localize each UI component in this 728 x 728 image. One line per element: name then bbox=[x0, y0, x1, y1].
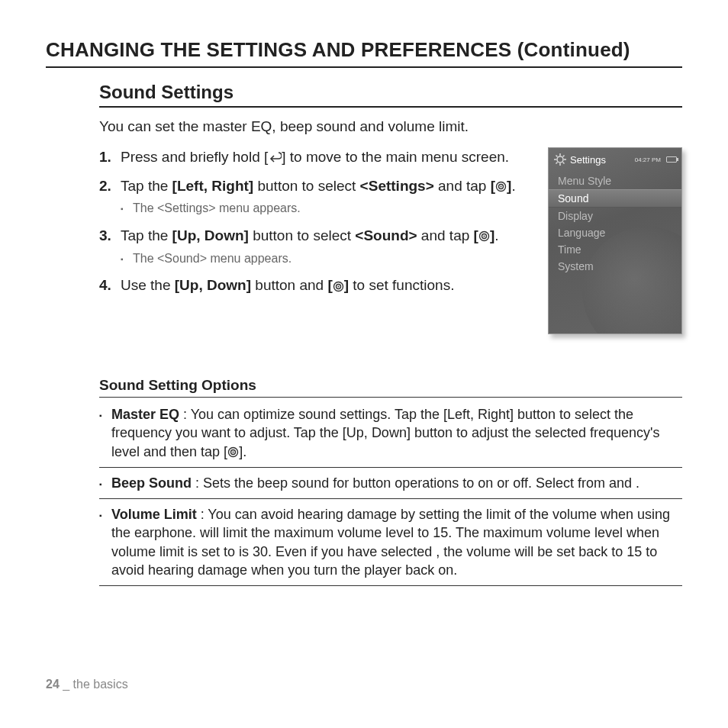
ok-icon bbox=[227, 446, 239, 458]
step-text-post: ] to move to the main menu screen. bbox=[282, 149, 509, 165]
page-footer: 24 _ the basics bbox=[46, 678, 128, 691]
option-item: Volume Limit : You can avoid hearing dam… bbox=[99, 505, 682, 586]
option-item: Beep Sound : Sets the beep sound for but… bbox=[99, 474, 682, 499]
device-menu-item: Time bbox=[549, 241, 681, 258]
content-body: Sound Settings You can set the master EQ… bbox=[46, 82, 682, 586]
step-4: 4. Use the [Up, Down] button and [] to s… bbox=[99, 275, 534, 295]
page-title: CHANGING THE SETTINGS AND PREFERENCES (C… bbox=[46, 38, 682, 68]
back-icon bbox=[268, 152, 282, 163]
section-title: Sound Settings bbox=[99, 82, 682, 108]
device-menu-item: Display bbox=[549, 208, 681, 224]
gear-icon bbox=[553, 153, 567, 166]
svg-point-20 bbox=[233, 452, 234, 453]
step-1: 1. Press and briefly hold [] to move to … bbox=[99, 147, 534, 167]
device-menu-item: Sound bbox=[549, 189, 681, 208]
step-number: 2. bbox=[99, 176, 111, 196]
step-text: Press and briefly hold [ bbox=[121, 149, 268, 165]
footer-section: the basics bbox=[73, 678, 128, 691]
step-number: 3. bbox=[99, 226, 111, 246]
step-sub: The <Settings> menu appears. bbox=[121, 200, 534, 217]
option-label: Beep Sound bbox=[111, 475, 192, 491]
intro-text: You can set the master EQ, beep sound an… bbox=[99, 118, 682, 135]
svg-line-16 bbox=[556, 163, 558, 164]
svg-point-8 bbox=[337, 285, 339, 287]
device-title: Settings bbox=[570, 154, 606, 166]
step-number: 4. bbox=[99, 275, 111, 295]
svg-point-2 bbox=[501, 186, 502, 188]
option-text: : Sets the beep sound for button operati… bbox=[192, 475, 639, 491]
ok-icon bbox=[333, 281, 344, 292]
ok-icon bbox=[478, 230, 490, 242]
device-menu-item: Language bbox=[549, 224, 681, 241]
device-screenshot: Settings 04:27 PM Menu StyleSoundDisplay… bbox=[548, 147, 682, 334]
options-list: Master EQ : You can optimize sound setti… bbox=[99, 405, 682, 586]
device-menu-item: Menu Style bbox=[549, 172, 681, 189]
device-time: 04:27 PM bbox=[635, 156, 661, 163]
svg-line-17 bbox=[563, 156, 565, 157]
option-item: Master EQ : You can optimize sound setti… bbox=[99, 405, 682, 468]
device-menu-list: Menu StyleSoundDisplayLanguageTimeSystem bbox=[549, 169, 681, 278]
step-sub: The <Sound> menu appears. bbox=[121, 250, 534, 267]
options-title: Sound Setting Options bbox=[99, 377, 682, 398]
svg-line-14 bbox=[556, 156, 558, 157]
svg-point-5 bbox=[483, 236, 485, 237]
option-label: Volume Limit bbox=[111, 507, 197, 522]
step-number: 1. bbox=[99, 147, 111, 167]
svg-point-9 bbox=[557, 156, 563, 163]
step-3: 3. Tap the [Up, Down] button to select <… bbox=[99, 226, 534, 266]
option-text: : You can optimize sound settings. Tap t… bbox=[111, 407, 660, 459]
option-label: Master EQ bbox=[111, 407, 179, 422]
page-number: 24 bbox=[46, 678, 60, 691]
step-2: 2. Tap the [Left, Right] button to selec… bbox=[99, 176, 534, 217]
option-text-post: ]. bbox=[239, 444, 246, 459]
battery-icon bbox=[666, 156, 677, 163]
svg-line-15 bbox=[563, 163, 565, 164]
ok-icon bbox=[495, 181, 507, 192]
step-list: 1. Press and briefly hold [] to move to … bbox=[99, 147, 534, 304]
device-menu-item: System bbox=[549, 258, 681, 275]
device-header: Settings 04:27 PM bbox=[549, 148, 681, 169]
